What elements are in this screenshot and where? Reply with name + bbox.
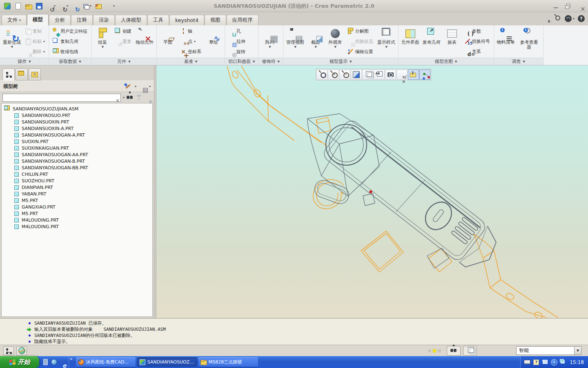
- parameters-button[interactable]: 参数: [462, 26, 492, 36]
- ribbon-group-label[interactable]: 基准 ▼: [157, 58, 225, 65]
- manage-views-button[interactable]: 管理视图 ▼: [285, 26, 305, 57]
- publish-geometry-button[interactable]: 发布几何: [421, 26, 442, 57]
- tree-item[interactable]: SUOXINKAIGUAN.PRT: [2, 145, 152, 151]
- dropdown-arrow-icon[interactable]: ▾: [135, 85, 136, 88]
- tree-item[interactable]: M5.PRT: [2, 210, 152, 217]
- help-icon[interactable]: ?: [578, 15, 585, 22]
- datum-plane-button[interactable]: 平面: [158, 26, 177, 57]
- collapse-ribbon-icon[interactable]: [543, 15, 551, 22]
- revolve-button[interactable]: 旋转: [227, 47, 247, 56]
- ribbon-group-label[interactable]: 模型显示 ▼: [283, 58, 398, 65]
- zoom-out-button[interactable]: −: [339, 70, 350, 80]
- redo-button[interactable]: ▾: [58, 1, 69, 11]
- exploded-view-button[interactable]: 分解图: [345, 26, 375, 36]
- tree-item[interactable]: YABAN.PRT: [2, 191, 152, 197]
- clear-search-icon[interactable]: [112, 94, 119, 101]
- close-button[interactable]: [575, 2, 586, 10]
- community-menu[interactable]: ◠▾: [565, 15, 575, 22]
- component-interface-button[interactable]: 元件界面: [400, 26, 421, 57]
- qat-customize-button[interactable]: ▾: [104, 1, 116, 11]
- tree-item[interactable]: GANGXIAO.PRT: [2, 204, 152, 210]
- create-component-button[interactable]: 创建: [113, 26, 134, 36]
- dropdown-arrow-icon[interactable]: ▾: [149, 85, 151, 88]
- selection-filter-combo[interactable]: 智能 ▼: [516, 346, 581, 355]
- command-search-icon[interactable]: [554, 15, 561, 22]
- tree-item[interactable]: M4LOUDING.PRT: [2, 217, 152, 223]
- copy-button[interactable]: 复制: [23, 26, 47, 36]
- view-manager-button[interactable]: [385, 70, 396, 80]
- graphics-area[interactable]: + −: [156, 65, 588, 318]
- hole-button[interactable]: 孔: [227, 26, 247, 36]
- dropdown-arrow-icon[interactable]: ▾: [123, 96, 125, 99]
- repaint-button[interactable]: [351, 70, 362, 80]
- tray-window-switch[interactable]: [542, 359, 548, 366]
- find-icon[interactable]: [126, 94, 134, 101]
- tab-tools[interactable]: 工具: [147, 15, 169, 25]
- display-style-button[interactable]: 显示样式 ▼: [376, 26, 396, 57]
- saved-orientations-button[interactable]: [374, 70, 385, 80]
- bom-button[interactable]: 物料清单: [496, 26, 516, 57]
- tab-applications[interactable]: 应用程序: [227, 15, 258, 25]
- navtab-favorites[interactable]: [29, 68, 41, 81]
- ribbon-group-label[interactable]: 操作 ▼: [0, 58, 49, 65]
- ribbon-group-label[interactable]: 元件 ▼: [91, 58, 156, 65]
- repeat-button[interactable]: 重复: [113, 36, 134, 46]
- quick-launch-overflow[interactable]: »: [69, 356, 74, 368]
- taskbar-window-firefox[interactable]: 沐风图纸-免费CAD...: [76, 357, 136, 367]
- drag-component-button[interactable]: 拖动元件: [134, 26, 155, 57]
- tree-item[interactable]: SUOXIN.PRT: [2, 138, 152, 145]
- assemble-button[interactable]: 组装 ▼: [93, 26, 112, 57]
- app-logo-button[interactable]: [2, 1, 12, 11]
- annotation-display-button[interactable]: [408, 70, 419, 80]
- extrude-button[interactable]: 拉伸: [227, 36, 247, 46]
- taskbar-window-folder[interactable]: MS828三点摇锁: [198, 357, 258, 367]
- new-file-button[interactable]: [13, 1, 23, 11]
- ribbon-group-label[interactable]: 切口和曲面 ▼: [225, 58, 258, 65]
- tree-item[interactable]: SANDIANYAOSUOGAN-B.PRT: [2, 158, 152, 164]
- datum-point-button[interactable]: 点 ▾: [178, 36, 203, 46]
- edit-position-button[interactable]: 编辑位置: [345, 47, 375, 56]
- section-button[interactable]: 截面 ▼: [306, 26, 325, 57]
- navtab-model-tree[interactable]: [2, 68, 15, 81]
- tree-item[interactable]: CHILUN.PRT: [2, 171, 152, 177]
- tab-file[interactable]: 文件 ▾: [2, 15, 27, 25]
- restore-button[interactable]: [563, 2, 573, 10]
- tree-search-field[interactable]: [2, 94, 121, 102]
- datum-csys-button[interactable]: 坐标系: [178, 47, 203, 56]
- copy-geometry-button[interactable]: 复制几何: [51, 36, 89, 46]
- shrinkwrap-button[interactable]: 收缩包络: [51, 47, 89, 56]
- tree-item[interactable]: SUOZHOU.PRT: [2, 177, 152, 184]
- add-icon[interactable]: [144, 94, 151, 101]
- tree-item[interactable]: SANDIANYAOSUO.PRT: [2, 112, 152, 119]
- tab-view[interactable]: 视图: [205, 15, 226, 25]
- tree-item[interactable]: DIANPIAN.PRT: [2, 184, 152, 191]
- tray-sogou[interactable]: [551, 359, 557, 366]
- ribbon-group-label[interactable]: 调查 ▼: [494, 58, 543, 65]
- spin-center-button[interactable]: [419, 70, 430, 80]
- regenerate-quick-button[interactable]: [70, 1, 80, 11]
- toggle-browser-button[interactable]: [16, 346, 27, 355]
- quicklaunch-ie[interactable]: [59, 359, 66, 366]
- tab-analysis[interactable]: 分析: [49, 15, 71, 25]
- tab-annotate[interactable]: 注释: [71, 15, 93, 25]
- undo-button[interactable]: ▾: [45, 1, 57, 11]
- tab-keyshot4[interactable]: keyshot4: [169, 15, 204, 25]
- combo-arrow-icon[interactable]: ▼: [574, 347, 581, 355]
- tree-item[interactable]: M5.PRT: [2, 197, 152, 204]
- toggle-status-button[interactable]: 切换状况: [345, 36, 375, 46]
- ribbon-group-label[interactable]: 模型意图 ▼: [399, 58, 494, 65]
- tray-ime-help[interactable]: [533, 359, 539, 366]
- tray-keyboard[interactable]: [524, 359, 530, 366]
- save-button[interactable]: [34, 1, 44, 11]
- reference-viewer-button[interactable]: 参考查看器: [517, 26, 541, 57]
- tree-settings-icon[interactable]: [125, 83, 132, 90]
- select-box-button[interactable]: [463, 346, 477, 356]
- tree-search-input[interactable]: [4, 95, 112, 100]
- tree-columns-icon[interactable]: [139, 83, 146, 90]
- quicklaunch-pda[interactable]: [42, 359, 49, 366]
- toggle-symbols-button[interactable]: 切换符号: [462, 36, 492, 46]
- tree-item[interactable]: SANDIANYAOSUOGAN-BB.PRT: [2, 164, 152, 171]
- refit-button[interactable]: [316, 70, 327, 80]
- display-style-toggle-button[interactable]: [362, 70, 373, 80]
- zoom-in-button[interactable]: +: [328, 70, 339, 80]
